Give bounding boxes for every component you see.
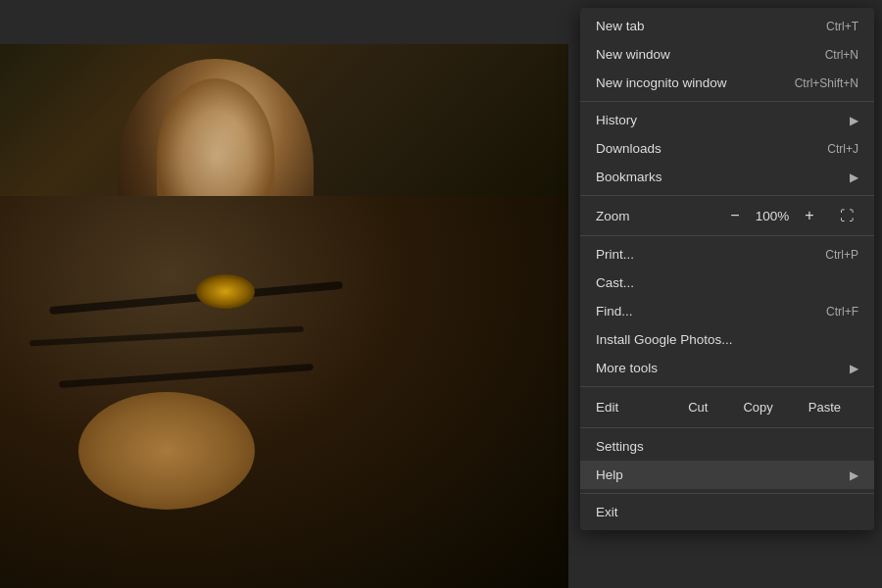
menu-item-exit[interactable]: Exit xyxy=(580,498,874,526)
edit-row: Edit Cut Copy Paste xyxy=(580,391,874,423)
zoom-minus-button[interactable]: − xyxy=(723,204,747,227)
zoom-controls: − 100% + ⛶ xyxy=(723,204,858,227)
menu-divider xyxy=(580,235,874,236)
menu-item-cast[interactable]: Cast... xyxy=(580,269,874,297)
menu-item-new-window[interactable]: New window Ctrl+N xyxy=(580,40,874,69)
edit-buttons: Cut Copy Paste xyxy=(670,395,858,419)
menu-divider xyxy=(580,493,874,494)
menu-divider xyxy=(580,195,874,196)
copy-button[interactable]: Copy xyxy=(725,395,790,419)
menu-divider xyxy=(580,101,874,102)
cat-nose xyxy=(78,392,255,510)
menu-item-print[interactable]: Print... Ctrl+P xyxy=(580,240,874,269)
menu-divider xyxy=(580,386,874,387)
menu-item-more-tools[interactable]: More tools ▶ xyxy=(580,354,874,382)
cat-background xyxy=(0,0,568,588)
cat-fur xyxy=(0,196,568,588)
menu-item-history[interactable]: History ▶ xyxy=(580,106,874,134)
menu-item-bookmarks[interactable]: Bookmarks ▶ xyxy=(580,163,874,191)
menu-item-new-tab[interactable]: New tab Ctrl+T xyxy=(580,12,874,40)
zoom-row: Zoom − 100% + ⛶ xyxy=(580,200,874,231)
zoom-plus-button[interactable]: + xyxy=(798,204,821,227)
menu-item-install-photos[interactable]: Install Google Photos... xyxy=(580,325,874,354)
zoom-value: 100% xyxy=(753,209,792,223)
menu-divider xyxy=(580,427,874,428)
menu-item-settings[interactable]: Settings xyxy=(580,432,874,461)
menu-item-find[interactable]: Find... Ctrl+F xyxy=(580,297,874,325)
cat-eye xyxy=(196,274,255,309)
paste-button[interactable]: Paste xyxy=(791,395,858,419)
menu-item-help[interactable]: Help ▶ About Google Chrome Help center R… xyxy=(580,461,874,489)
chrome-context-menu: New tab Ctrl+T New window Ctrl+N New inc… xyxy=(580,8,874,530)
menu-item-new-incognito[interactable]: New incognito window Ctrl+Shift+N xyxy=(580,69,874,97)
cut-button[interactable]: Cut xyxy=(670,395,725,419)
fullscreen-icon[interactable]: ⛶ xyxy=(835,204,858,227)
menu-item-downloads[interactable]: Downloads Ctrl+J xyxy=(580,134,874,163)
